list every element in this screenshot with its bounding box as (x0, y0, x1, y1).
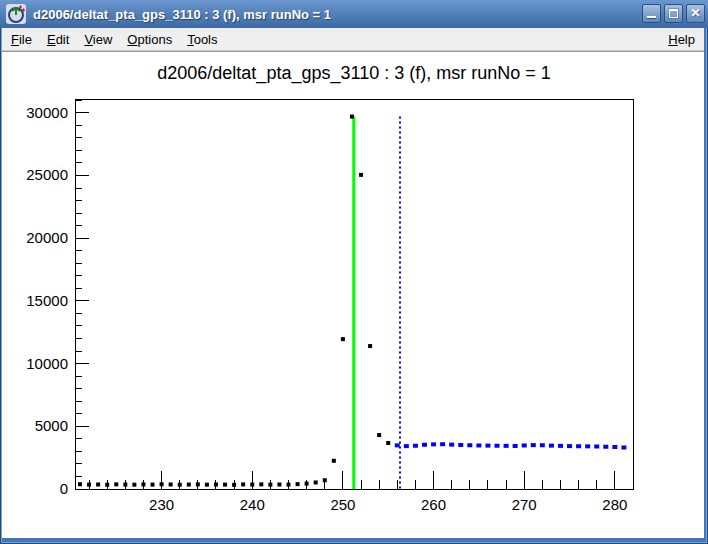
fit-dashed-blue-marker (522, 443, 527, 447)
x-tick-label: 240 (240, 496, 265, 513)
histogram-data-marker (187, 483, 191, 487)
window-controls: ✕ (639, 4, 705, 23)
histogram-data-marker (241, 482, 245, 486)
histogram-data-marker (232, 483, 236, 487)
fit-dashed-blue-marker (540, 443, 545, 447)
histogram-data-marker (268, 483, 272, 487)
histogram-data-marker (368, 344, 372, 348)
y-tick-label: 30000 (26, 104, 68, 121)
y-tick-label: 20000 (26, 229, 68, 246)
x-tick-label: 280 (602, 496, 627, 513)
fit-dashed-blue-marker (467, 443, 472, 447)
close-icon: ✕ (687, 5, 704, 22)
histogram-data-marker (250, 483, 254, 487)
histogram-data-marker (277, 482, 281, 486)
fit-dashed-blue-marker (549, 444, 554, 448)
menu-bar: File Edit View Options Tools Help (2, 28, 704, 51)
y-tick-label: 0 (60, 480, 68, 497)
histogram-data-marker (377, 433, 381, 437)
close-button[interactable]: ✕ (686, 4, 705, 23)
histogram-data-marker (205, 483, 209, 487)
menu-tools[interactable]: Tools (180, 30, 224, 49)
fit-dashed-blue-marker (594, 444, 599, 448)
plot-canvas[interactable]: d2006/deltat_pta_gps_3110 : 3 (f), msr r… (2, 51, 704, 538)
fit-dashed-blue-marker (621, 445, 626, 449)
x-tick-label: 230 (149, 496, 174, 513)
histogram-data-marker (114, 482, 118, 486)
histogram-data-marker (105, 483, 109, 487)
histogram-data-marker (305, 482, 309, 486)
histogram-data-marker (214, 482, 218, 486)
histogram-data-marker (87, 483, 91, 487)
root-app-icon (6, 4, 26, 24)
histogram-plot[interactable]: d2006/deltat_pta_gps_3110 : 3 (f), msr r… (2, 52, 704, 538)
y-tick-label: 5000 (35, 417, 68, 434)
histogram-data-marker (323, 478, 327, 482)
fit-dashed-blue-marker (449, 443, 454, 447)
minimize-icon (647, 16, 656, 18)
x-tick-label: 250 (330, 496, 355, 513)
histogram-data-marker (196, 482, 200, 486)
histogram-data-marker (386, 441, 390, 445)
histogram-data-marker (314, 480, 318, 484)
fit-dashed-blue-marker (458, 443, 463, 447)
histogram-data-marker (296, 482, 300, 486)
fit-dashed-blue-marker (476, 443, 481, 447)
y-tick-label: 15000 (26, 292, 68, 309)
fit-dashed-blue-marker (413, 444, 418, 448)
histogram-data-marker (96, 482, 100, 486)
minimize-button[interactable] (642, 4, 661, 23)
histogram-data-marker (286, 483, 290, 487)
histogram-data-marker (141, 482, 145, 486)
fit-dashed-blue-marker (513, 444, 518, 448)
histogram-data-marker (123, 483, 127, 487)
x-tick-label: 270 (512, 496, 537, 513)
menu-help[interactable]: Help (659, 30, 704, 49)
maximize-button[interactable] (664, 4, 683, 23)
y-tick-label: 25000 (26, 166, 68, 183)
root-canvas-window: d2006/deltat_pta_gps_3110 : 3 (f), msr r… (0, 0, 708, 544)
histogram-data-marker (78, 482, 82, 486)
x-tick-label: 260 (421, 496, 446, 513)
fit-dashed-blue-marker (531, 443, 536, 447)
histogram-data-marker (332, 459, 336, 463)
histogram-data-marker (223, 483, 227, 487)
fit-dashed-blue-marker (404, 444, 409, 448)
histogram-data-marker (160, 482, 164, 486)
fit-dashed-blue-marker (495, 444, 500, 448)
fit-dashed-blue-marker (485, 444, 490, 448)
title-bar[interactable]: d2006/deltat_pta_gps_3110 : 3 (f), msr r… (0, 0, 708, 28)
chart-title: d2006/deltat_pta_gps_3110 : 3 (f), msr r… (157, 63, 550, 84)
maximize-icon (669, 9, 678, 18)
fit-dashed-blue-marker (440, 442, 445, 446)
window-title: d2006/deltat_pta_gps_3110 : 3 (f), msr r… (33, 7, 331, 22)
fit-dashed-blue-marker (612, 445, 617, 449)
fit-dashed-blue-marker (422, 443, 427, 447)
fit-dashed-blue-marker (395, 443, 400, 447)
histogram-data-marker (359, 173, 363, 177)
histogram-data-marker (169, 482, 173, 486)
menu-options[interactable]: Options (120, 30, 179, 49)
histogram-data-marker (341, 337, 345, 341)
fit-dashed-blue-marker (431, 442, 436, 446)
menu-file[interactable]: File (4, 30, 39, 49)
histogram-data-marker (178, 483, 182, 487)
menu-edit[interactable]: Edit (40, 30, 76, 49)
histogram-data-marker (132, 483, 136, 487)
fit-dashed-blue-marker (585, 444, 590, 448)
histogram-data-marker (151, 483, 155, 487)
histogram-data-marker (350, 115, 354, 119)
fit-dashed-blue-marker (558, 444, 563, 448)
fit-dashed-blue-marker (567, 444, 572, 448)
fit-dashed-blue-marker (603, 445, 608, 449)
fit-dashed-blue-marker (504, 444, 509, 448)
fit-dashed-blue-marker (576, 444, 581, 448)
histogram-data-marker (259, 482, 263, 486)
y-tick-label: 10000 (26, 355, 68, 372)
menu-view[interactable]: View (77, 30, 119, 49)
